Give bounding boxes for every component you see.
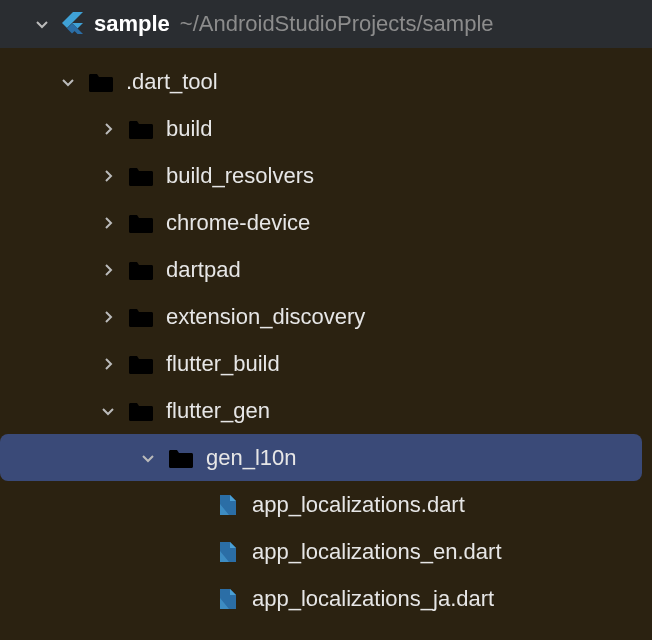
- tree-folder-dart-tool[interactable]: .dart_tool: [0, 58, 642, 105]
- tree-item-label: app_localizations_en.dart: [252, 539, 502, 565]
- folder-icon: [128, 259, 154, 281]
- tree-folder-build-resolvers[interactable]: build_resolvers: [0, 152, 642, 199]
- chevron-right-icon[interactable]: [100, 215, 116, 231]
- tree-item-label: app_localizations_ja.dart: [252, 586, 494, 612]
- chevron-right-icon[interactable]: [100, 356, 116, 372]
- dart-file-icon: [216, 540, 240, 564]
- tree-item-label: flutter_gen: [166, 398, 270, 424]
- tree-file-app-localizations[interactable]: app_localizations.dart: [0, 481, 642, 528]
- folder-icon: [168, 447, 194, 469]
- tree-file-app-localizations-ja[interactable]: app_localizations_ja.dart: [0, 575, 642, 622]
- project-header[interactable]: sample ~/AndroidStudioProjects/sample: [0, 0, 652, 48]
- chevron-right-icon[interactable]: [100, 121, 116, 137]
- tree-item-label: dartpad: [166, 257, 241, 283]
- tree-item-label: app_localizations.dart: [252, 492, 465, 518]
- tree-item-label: flutter_build: [166, 351, 280, 377]
- project-path: ~/AndroidStudioProjects/sample: [180, 11, 494, 37]
- chevron-right-icon[interactable]: [100, 168, 116, 184]
- tree-item-label: build: [166, 116, 212, 142]
- folder-icon: [128, 165, 154, 187]
- tree-folder-build[interactable]: build: [0, 105, 642, 152]
- project-tree: .dart_tool build build_resolvers chrome-…: [0, 48, 652, 632]
- tree-item-label: build_resolvers: [166, 163, 314, 189]
- chevron-down-icon[interactable]: [100, 403, 116, 419]
- chevron-down-icon[interactable]: [140, 450, 156, 466]
- chevron-right-icon[interactable]: [100, 309, 116, 325]
- folder-icon: [128, 118, 154, 140]
- tree-item-label: gen_l10n: [206, 445, 297, 471]
- tree-file-app-localizations-en[interactable]: app_localizations_en.dart: [0, 528, 642, 575]
- tree-folder-gen-l10n[interactable]: gen_l10n: [0, 434, 642, 481]
- tree-item-label: extension_discovery: [166, 304, 365, 330]
- tree-folder-flutter-build[interactable]: flutter_build: [0, 340, 642, 387]
- chevron-right-icon[interactable]: [100, 262, 116, 278]
- folder-icon: [128, 353, 154, 375]
- project-name: sample: [94, 11, 170, 37]
- dart-file-icon: [216, 587, 240, 611]
- tree-folder-chrome-device[interactable]: chrome-device: [0, 199, 642, 246]
- tree-item-label: chrome-device: [166, 210, 310, 236]
- tree-item-label: .dart_tool: [126, 69, 218, 95]
- folder-icon: [128, 212, 154, 234]
- chevron-down-icon[interactable]: [60, 74, 76, 90]
- folder-icon: [128, 306, 154, 328]
- folder-icon: [88, 71, 114, 93]
- tree-folder-flutter-gen[interactable]: flutter_gen: [0, 387, 642, 434]
- dart-file-icon: [216, 493, 240, 517]
- tree-folder-dartpad[interactable]: dartpad: [0, 246, 642, 293]
- tree-folder-extension-discovery[interactable]: extension_discovery: [0, 293, 642, 340]
- flutter-icon: [60, 12, 84, 36]
- chevron-down-icon[interactable]: [34, 16, 50, 32]
- folder-icon: [128, 400, 154, 422]
